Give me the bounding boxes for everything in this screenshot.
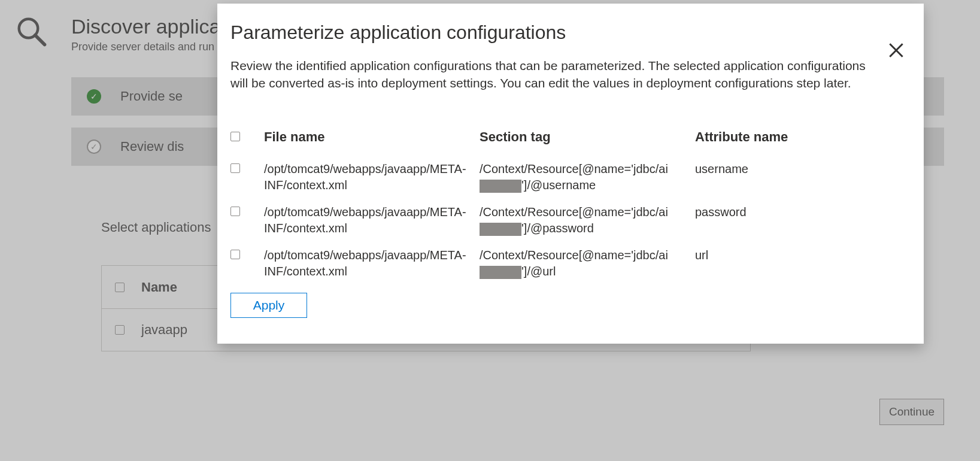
apply-button[interactable]: Apply (230, 293, 307, 318)
close-button[interactable] (885, 40, 907, 61)
select-all-configs-checkbox[interactable] (230, 132, 240, 141)
section-tag-cell: /Context/Resource[@name='jdbc/aixxxxxxx'… (480, 204, 695, 236)
table-row: /opt/tomcat9/webapps/javaapp/META-INF/co… (230, 204, 902, 236)
app-name-cell: javaapp (141, 322, 187, 338)
attribute-name-cell: url (695, 247, 902, 263)
check-icon: ✓ (87, 139, 101, 154)
continue-button[interactable]: Continue (879, 399, 944, 425)
search-icon (15, 15, 47, 351)
column-name: Name (141, 280, 177, 295)
config-table: File name Section tag Attribute name /op… (230, 128, 902, 280)
file-name-cell: /opt/tomcat9/webapps/javaapp/META-INF/co… (264, 161, 480, 193)
step-label: Review dis (120, 139, 184, 154)
attribute-name-cell: username (695, 161, 902, 177)
check-icon: ✓ (87, 89, 101, 104)
svg-line-1 (35, 35, 45, 45)
select-all-checkbox[interactable] (115, 283, 125, 292)
parameterize-modal: Parameterize application configurations … (217, 4, 924, 344)
close-icon (887, 41, 906, 60)
column-section-tag: Section tag (480, 128, 695, 146)
table-row: /opt/tomcat9/webapps/javaapp/META-INF/co… (230, 247, 902, 280)
table-header-row: File name Section tag Attribute name (230, 128, 902, 146)
file-name-cell: /opt/tomcat9/webapps/javaapp/META-INF/co… (264, 204, 480, 236)
column-file-name: File name (264, 128, 480, 146)
modal-description: Review the identified application config… (230, 57, 871, 92)
step-label: Provide se (120, 89, 183, 104)
modal-title: Parameterize application configurations (230, 22, 902, 44)
file-name-cell: /opt/tomcat9/webapps/javaapp/META-INF/co… (264, 247, 480, 280)
row-checkbox[interactable] (230, 207, 240, 216)
section-tag-cell: /Context/Resource[@name='jdbc/aixxxxxxx'… (480, 247, 695, 280)
attribute-name-cell: password (695, 204, 902, 220)
table-row: /opt/tomcat9/webapps/javaapp/META-INF/co… (230, 161, 902, 193)
row-checkbox[interactable] (230, 163, 240, 173)
row-checkbox[interactable] (115, 325, 125, 335)
column-attribute-name: Attribute name (695, 128, 902, 146)
section-tag-cell: /Context/Resource[@name='jdbc/aixxxxxxx'… (480, 161, 695, 193)
row-checkbox[interactable] (230, 250, 240, 259)
